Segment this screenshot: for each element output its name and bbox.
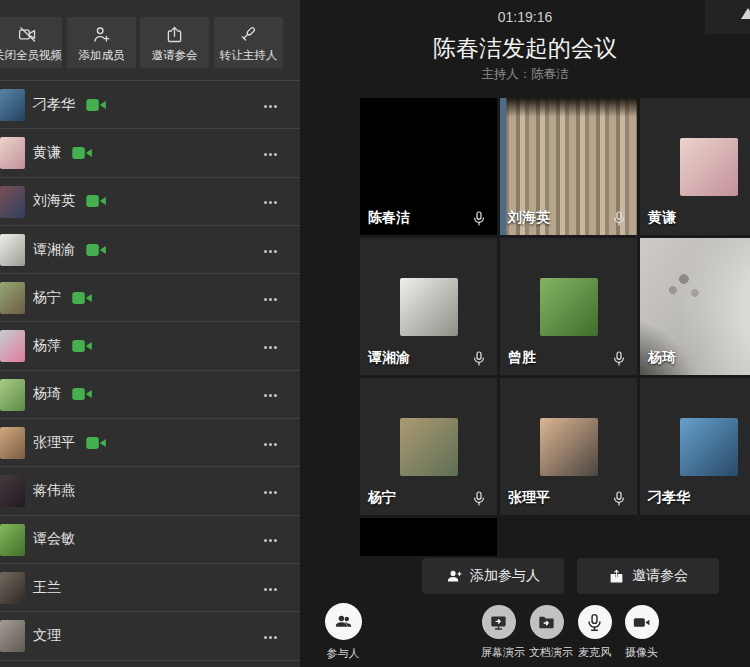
sidebar: 关闭全员视频 添加成员 xyxy=(0,0,300,667)
video-tile[interactable]: 张理平 xyxy=(500,378,637,515)
participant-row[interactable]: 谭会敏 xyxy=(0,516,300,564)
participant-name: 刁孝华 xyxy=(33,96,75,114)
video-tile[interactable] xyxy=(360,518,497,556)
participants-button[interactable]: 参与人 xyxy=(324,603,362,661)
add-participant-label: 添加参与人 xyxy=(470,567,540,585)
toolbar-button-label: 添加成员 xyxy=(79,50,125,62)
video-tile[interactable]: 谭湘渝 xyxy=(360,238,497,375)
microphone-label: 麦克风 xyxy=(577,645,612,660)
more-options-icon[interactable] xyxy=(264,346,278,350)
doc-share-button[interactable]: 文档演示 xyxy=(529,605,564,660)
participant-avatar xyxy=(0,379,25,411)
screen-share-icon xyxy=(482,605,516,639)
mic-icon xyxy=(471,350,487,368)
participant-name: 刘海英 xyxy=(33,192,75,210)
participant-row[interactable]: 谭湘渝 xyxy=(0,226,300,274)
participant-row[interactable]: 蒋伟燕 xyxy=(0,467,300,515)
participant-row[interactable]: 黄谦 xyxy=(0,129,300,177)
camera-icon xyxy=(625,605,659,639)
tile-participant-name: 陈春洁 xyxy=(368,209,410,227)
participant-row[interactable]: 杨萍 xyxy=(0,322,300,370)
participant-row[interactable]: 杨宁 xyxy=(0,274,300,322)
tile-participant-name: 曾胜 xyxy=(508,349,536,367)
mic-icon xyxy=(471,490,487,508)
participant-name: 谭湘渝 xyxy=(33,241,75,259)
participant-avatar xyxy=(0,620,25,652)
more-options-icon[interactable] xyxy=(264,491,278,495)
participant-avatar xyxy=(0,89,25,121)
participant-avatar xyxy=(0,282,25,314)
more-options-icon[interactable] xyxy=(264,250,278,254)
meeting-window: 关闭全员视频 添加成员 xyxy=(0,0,750,667)
tile-participant-name: 张理平 xyxy=(508,489,550,507)
tile-avatar xyxy=(400,418,458,476)
tile-avatar xyxy=(540,278,598,336)
participant-row[interactable]: 文理 xyxy=(0,612,300,660)
add-member-button[interactable]: 添加成员 xyxy=(67,17,136,68)
more-options-icon[interactable] xyxy=(264,394,278,398)
close-all-video-button[interactable]: 关闭全员视频 xyxy=(0,17,62,68)
more-options-icon[interactable] xyxy=(264,201,278,205)
camera-on-icon xyxy=(72,146,93,159)
tile-participant-name: 刘海英 xyxy=(508,209,550,227)
video-tile[interactable]: 刁孝华 xyxy=(640,378,750,515)
share-icon xyxy=(164,24,185,45)
camera-label: 摄像头 xyxy=(624,645,659,660)
participants-label: 参与人 xyxy=(324,646,362,661)
mic-icon xyxy=(471,210,487,228)
add-participant-button[interactable]: 添加参与人 xyxy=(422,558,564,594)
more-options-icon[interactable] xyxy=(264,105,278,109)
participant-name: 文理 xyxy=(33,627,61,645)
video-tile[interactable]: 杨琦 xyxy=(640,238,750,375)
camera-button[interactable]: 摄像头 xyxy=(624,605,659,660)
video-tile[interactable]: 陈春洁 xyxy=(360,98,497,235)
participant-name: 蒋伟燕 xyxy=(33,482,75,500)
more-options-icon[interactable] xyxy=(264,298,278,302)
screen-share-button[interactable]: 屏幕演示 xyxy=(481,605,516,660)
doc-share-label: 文档演示 xyxy=(529,645,564,660)
more-options-icon[interactable] xyxy=(264,588,278,592)
participant-avatar xyxy=(0,427,25,459)
video-tile[interactable]: 刘海英 xyxy=(500,98,637,235)
participant-row[interactable]: 刁孝华 xyxy=(0,81,300,129)
tile-participant-name: 刁孝华 xyxy=(648,489,690,507)
mic-icon xyxy=(611,350,627,368)
participant-avatar xyxy=(0,475,25,507)
more-options-icon[interactable] xyxy=(264,636,278,640)
participant-row[interactable]: 刘海英 xyxy=(0,178,300,226)
tile-participant-name: 杨宁 xyxy=(368,489,396,507)
more-options-icon[interactable] xyxy=(264,539,278,543)
invite-button[interactable]: 邀请参会 xyxy=(140,17,209,68)
video-tile[interactable]: 杨宁 xyxy=(360,378,497,515)
more-options-icon[interactable] xyxy=(264,443,278,447)
participant-name: 张理平 xyxy=(33,434,75,452)
microphone-button[interactable]: 麦克风 xyxy=(577,605,612,660)
video-tile[interactable]: 曾胜 xyxy=(500,238,637,375)
main-stage: 01:19:16 陈春洁发起的会议 主持人：陈春洁 陈春洁 刘海英 黄谦 xyxy=(300,0,750,667)
mic-icon xyxy=(611,490,627,508)
person-add-icon xyxy=(91,24,112,45)
transfer-host-button[interactable]: 转让主持人 xyxy=(214,17,283,68)
participant-list: 刁孝华 黄谦 刘海英 xyxy=(0,81,300,667)
tile-avatar xyxy=(400,278,458,336)
person-add-filled-icon xyxy=(446,568,463,585)
participant-avatar xyxy=(0,234,25,266)
participant-row[interactable]: 杨琦 xyxy=(0,371,300,419)
mic-icon xyxy=(611,210,627,228)
participant-row[interactable]: 张理平 xyxy=(0,419,300,467)
more-options-icon[interactable] xyxy=(264,153,278,157)
tile-participant-name: 黄谦 xyxy=(648,209,676,227)
participant-name: 杨宁 xyxy=(33,289,61,307)
invite-meeting-button[interactable]: 邀请参会 xyxy=(577,558,719,594)
participants-icon xyxy=(325,603,362,640)
doc-share-icon xyxy=(530,605,564,639)
toolbar: 关闭全员视频 添加成员 xyxy=(0,0,300,81)
participant-row[interactable]: 王兰 xyxy=(0,564,300,612)
tile-avatar xyxy=(680,418,738,476)
toolbar-button-label: 关闭全员视频 xyxy=(0,50,62,62)
handheld-mic-icon xyxy=(238,24,259,45)
video-tile[interactable]: 黄谦 xyxy=(640,98,750,235)
participant-avatar xyxy=(0,137,25,169)
participant-name: 黄谦 xyxy=(33,144,61,162)
participant-avatar xyxy=(0,330,25,362)
